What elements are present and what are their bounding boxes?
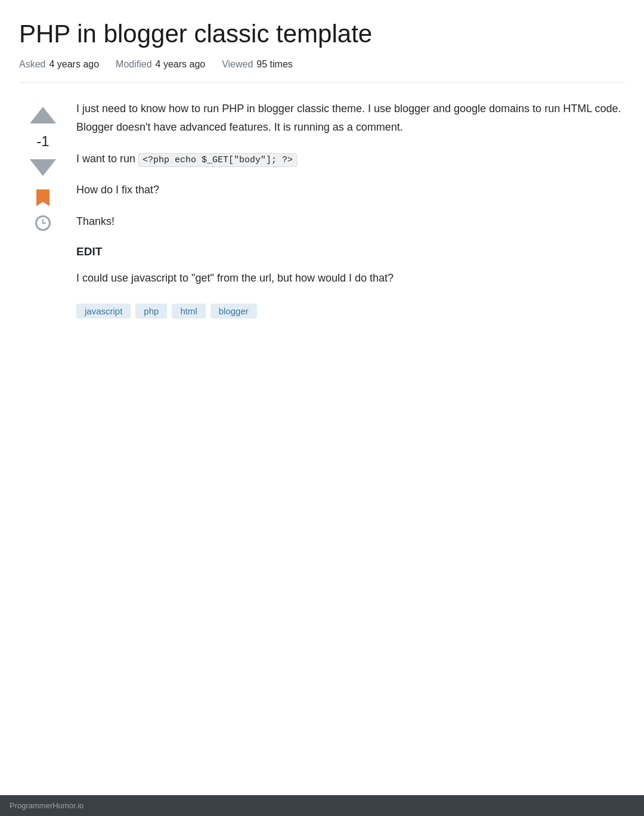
tag-php[interactable]: php bbox=[135, 304, 167, 319]
vote-count: -1 bbox=[36, 131, 49, 152]
modified-value: 4 years ago bbox=[156, 57, 206, 72]
upvote-button[interactable] bbox=[27, 104, 58, 126]
bookmark-icon[interactable] bbox=[36, 189, 49, 206]
page-title: PHP in blogger classic template bbox=[19, 19, 625, 49]
section-divider bbox=[19, 82, 625, 83]
downvote-icon bbox=[30, 159, 56, 176]
question-area: -1 I just need to know how to run PHP in… bbox=[19, 100, 625, 335]
history-button[interactable] bbox=[35, 215, 51, 231]
meta-row: Asked 4 years ago Modified 4 years ago V… bbox=[19, 57, 625, 72]
inline-code-block: <?php echo $_GET["body"]; ?> bbox=[138, 153, 297, 167]
upvote-icon bbox=[30, 107, 56, 123]
tags-row: javascriptphphtmlblogger bbox=[76, 304, 625, 319]
tag-javascript[interactable]: javascript bbox=[76, 304, 131, 319]
meta-asked: Asked 4 years ago bbox=[19, 57, 99, 72]
viewed-value: 95 times bbox=[256, 57, 292, 72]
asked-label: Asked bbox=[19, 57, 45, 72]
history-icon-circle bbox=[35, 215, 51, 231]
body-paragraph-2: I want to run <?php echo $_GET["body"]; … bbox=[76, 150, 625, 168]
content-column: I just need to know how to run PHP in bl… bbox=[67, 100, 625, 335]
body-paragraph-4: Thanks! bbox=[76, 212, 625, 231]
bookmark-shape bbox=[36, 189, 49, 206]
body-para2-prefix: I want to run bbox=[76, 153, 138, 165]
footer-text: ProgrammerHumor.io bbox=[10, 801, 83, 810]
tag-blogger[interactable]: blogger bbox=[210, 304, 257, 319]
edit-heading: EDIT bbox=[76, 243, 625, 261]
tag-html[interactable]: html bbox=[172, 304, 205, 319]
downvote-button[interactable] bbox=[27, 157, 58, 178]
asked-value: 4 years ago bbox=[49, 57, 99, 72]
modified-label: Modified bbox=[116, 57, 151, 72]
footer-bar: ProgrammerHumor.io bbox=[0, 795, 644, 817]
body-paragraph-1: I just need to know how to run PHP in bl… bbox=[76, 100, 625, 136]
body-paragraph-3: How do I fix that? bbox=[76, 181, 625, 199]
history-hand2 bbox=[42, 222, 46, 224]
viewed-label: Viewed bbox=[222, 57, 253, 72]
edit-paragraph: I could use javascript to "get" from the… bbox=[76, 269, 625, 288]
vote-column: -1 bbox=[19, 100, 67, 335]
meta-viewed: Viewed 95 times bbox=[222, 57, 293, 72]
meta-modified: Modified 4 years ago bbox=[116, 57, 205, 72]
